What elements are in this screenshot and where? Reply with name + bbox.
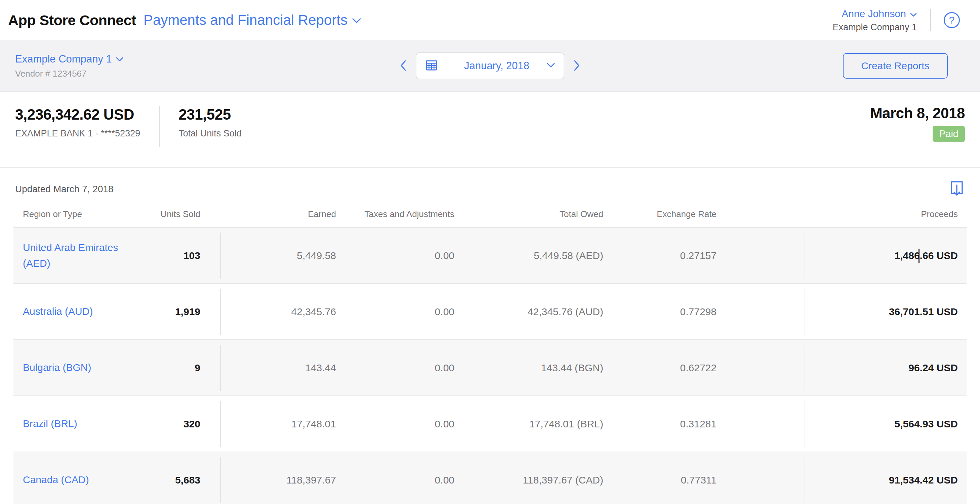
status-badge: Paid bbox=[932, 126, 965, 142]
region-link[interactable]: Canada (CAD) bbox=[23, 472, 89, 488]
period-label: January, 2018 bbox=[457, 60, 537, 72]
earned-cell: 42,345.76 bbox=[212, 306, 347, 318]
proceeds-cell: 1,486.66 USD bbox=[729, 250, 967, 261]
taxes-cell: 0.00 bbox=[347, 250, 465, 261]
total-owed-cell: 143.44 (BGN) bbox=[465, 362, 614, 374]
payments-table: Region or Type Units Sold Earned Taxes a… bbox=[13, 201, 967, 504]
payment-date: March 8, 2018 bbox=[870, 105, 965, 122]
col-header-earned: Earned bbox=[212, 209, 347, 219]
bank-account: EXAMPLE BANK 1 - ****52329 bbox=[15, 128, 140, 139]
taxes-cell: 0.00 bbox=[347, 306, 465, 318]
total-owed-cell: 118,397.67 (CAD) bbox=[465, 474, 614, 486]
chevron-down-icon bbox=[906, 8, 917, 19]
units-cell: 9 bbox=[124, 362, 212, 374]
vendor-number: Vendor # 1234567 bbox=[15, 68, 123, 79]
app-title: App Store Connect bbox=[8, 12, 136, 29]
units-cell: 5,683 bbox=[124, 474, 212, 486]
total-units-group: 231,525 Total Units Sold bbox=[178, 106, 242, 167]
previous-month-button[interactable] bbox=[398, 58, 408, 74]
total-units-label: Total Units Sold bbox=[178, 128, 242, 139]
exchange-rate-cell: 0.62722 bbox=[614, 362, 729, 374]
user-company: Example Company 1 bbox=[832, 22, 917, 33]
proceeds-cell: 96.24 USD bbox=[729, 362, 967, 374]
earned-cell: 17,748.01 bbox=[212, 418, 347, 430]
user-block: Anne Johnson Example Company 1 bbox=[832, 8, 917, 33]
total-units: 231,525 bbox=[178, 106, 242, 123]
taxes-cell: 0.00 bbox=[347, 418, 465, 430]
col-header-exchange-rate: Exchange Rate bbox=[614, 209, 729, 219]
section-dropdown[interactable]: Payments and Financial Reports bbox=[143, 12, 361, 28]
next-month-button[interactable] bbox=[572, 58, 582, 74]
user-name: Anne Johnson bbox=[842, 8, 906, 19]
chevron-down-icon bbox=[112, 55, 123, 63]
table-row: Bulgaria (BGN) 9 143.44 0.00 143.44 (BGN… bbox=[13, 339, 967, 396]
section-title: Payments and Financial Reports bbox=[143, 12, 347, 28]
payment-amount: 3,236,342.62 USD bbox=[15, 106, 140, 123]
total-owed-cell: 5,449.58 (AED) bbox=[465, 250, 614, 261]
col-header-units: Units Sold bbox=[124, 209, 212, 219]
updated-text: Updated March 7, 2018 bbox=[15, 184, 114, 194]
top-header: App Store Connect Payments and Financial… bbox=[0, 0, 980, 40]
date-picker[interactable]: January, 2018 bbox=[416, 52, 564, 79]
help-button[interactable]: ? bbox=[944, 12, 960, 28]
header-divider bbox=[930, 9, 931, 31]
total-owed-cell: 42,345.76 (AUD) bbox=[465, 306, 614, 318]
units-cell: 1,919 bbox=[124, 306, 212, 318]
text-cursor bbox=[918, 249, 920, 263]
earned-cell: 5,449.58 bbox=[212, 250, 347, 261]
units-cell: 320 bbox=[124, 418, 212, 430]
chevron-right-icon bbox=[574, 60, 580, 72]
download-button[interactable] bbox=[949, 179, 965, 199]
toolbar: Example Company 1 Vendor # 1234567 bbox=[0, 40, 980, 92]
region-link[interactable]: United Arab Emirates (AED) bbox=[23, 240, 124, 271]
payment-summary: 3,236,342.62 USD EXAMPLE BANK 1 - ****52… bbox=[0, 92, 980, 168]
proceeds-cell: 36,701.51 USD bbox=[729, 306, 967, 318]
exchange-rate-cell: 0.77311 bbox=[614, 474, 729, 486]
chevron-down-icon bbox=[347, 16, 361, 25]
chevron-left-icon bbox=[400, 60, 406, 72]
chevron-down-icon bbox=[547, 63, 555, 69]
total-owed-cell: 17,748.01 (BRL) bbox=[465, 418, 614, 430]
col-header-taxes: Taxes and Adjustments bbox=[347, 209, 465, 219]
table-row: United Arab Emirates (AED) 103 5,449.58 … bbox=[13, 227, 967, 283]
col-header-region: Region or Type bbox=[13, 209, 124, 219]
payment-amount-group: 3,236,342.62 USD EXAMPLE BANK 1 - ****52… bbox=[15, 106, 140, 167]
proceeds-cell: 91,534.42 USD bbox=[729, 474, 967, 486]
table-meta: Updated March 7, 2018 bbox=[0, 168, 980, 199]
company-selector[interactable]: Example Company 1 bbox=[15, 53, 123, 65]
company-block: Example Company 1 Vendor # 1234567 bbox=[15, 53, 123, 79]
col-header-total-owed: Total Owed bbox=[465, 209, 614, 219]
exchange-rate-cell: 0.77298 bbox=[614, 306, 729, 318]
exchange-rate-cell: 0.31281 bbox=[614, 418, 729, 430]
company-name: Example Company 1 bbox=[15, 53, 112, 65]
region-link[interactable]: Australia (AUD) bbox=[23, 304, 93, 320]
region-link[interactable]: Bulgaria (BGN) bbox=[23, 360, 91, 376]
table-header-row: Region or Type Units Sold Earned Taxes a… bbox=[13, 201, 967, 227]
table-row: Brazil (BRL) 320 17,748.01 0.00 17,748.0… bbox=[13, 396, 967, 452]
table-row: Canada (CAD) 5,683 118,397.67 0.00 118,3… bbox=[13, 452, 967, 504]
units-cell: 103 bbox=[124, 250, 212, 261]
taxes-cell: 0.00 bbox=[347, 362, 465, 374]
download-icon bbox=[949, 179, 965, 199]
table-row: Australia (AUD) 1,919 42,345.76 0.00 42,… bbox=[13, 283, 967, 339]
summary-divider bbox=[159, 106, 160, 147]
region-link[interactable]: Brazil (BRL) bbox=[23, 416, 77, 432]
taxes-cell: 0.00 bbox=[347, 474, 465, 486]
proceeds-cell: 5,564.93 USD bbox=[729, 418, 967, 430]
help-icon: ? bbox=[949, 14, 955, 26]
user-menu[interactable]: Anne Johnson bbox=[832, 8, 917, 19]
exchange-rate-cell: 0.27157 bbox=[614, 250, 729, 261]
period-group: January, 2018 bbox=[398, 52, 582, 79]
earned-cell: 118,397.67 bbox=[212, 474, 347, 486]
earned-cell: 143.44 bbox=[212, 362, 347, 374]
col-header-proceeds: Proceeds bbox=[729, 209, 967, 219]
payment-date-block: March 8, 2018 Paid bbox=[870, 105, 965, 142]
create-reports-button[interactable]: Create Reports bbox=[843, 53, 948, 79]
calendar-icon bbox=[425, 59, 438, 73]
